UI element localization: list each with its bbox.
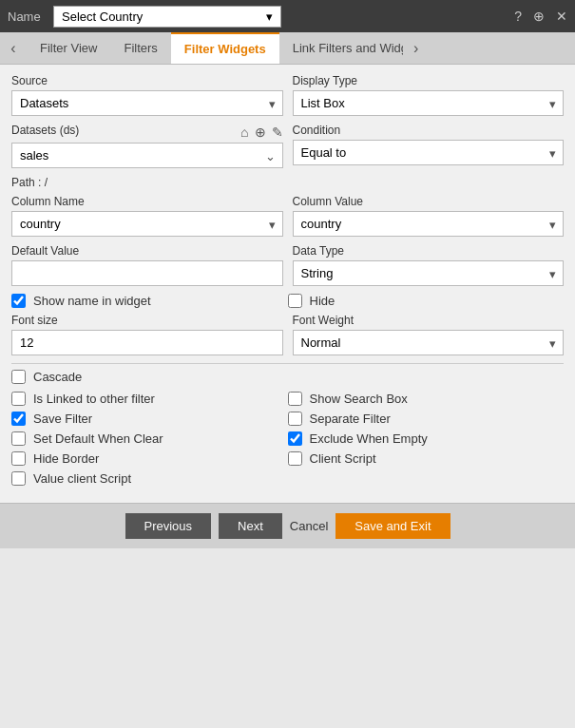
cancel-button[interactable]: Cancel: [290, 519, 328, 533]
default-datatype-row: Default Value Data Type String: [11, 244, 564, 286]
condition-label: Condition: [293, 124, 565, 137]
hide-check-label: Hide: [310, 294, 335, 308]
datasets-label: Datasets (ds): [11, 124, 79, 137]
separate-filter-label: Separate Filter: [310, 412, 391, 426]
save-filter-check-col: Save Filter: [11, 412, 288, 426]
value-client-script-label: Value client Script: [33, 471, 131, 486]
main-content: Source Datasets Display Type List Box Da…: [0, 65, 575, 503]
default-value-input[interactable]: [11, 260, 283, 286]
savefilter-separate-row: Save Filter Separate Filter: [11, 412, 564, 426]
default-value-label: Default Value: [11, 244, 283, 258]
hide-border-checkbox[interactable]: [11, 451, 26, 466]
display-type-select-wrapper: List Box: [293, 90, 565, 116]
exclude-empty-checkbox[interactable]: [288, 431, 302, 446]
font-weight-col: Font Weight Normal: [293, 314, 565, 355]
source-select[interactable]: Datasets: [11, 90, 283, 116]
hide-border-check-col: Hide Border: [11, 451, 288, 466]
datasets-input-wrapper: [11, 143, 283, 168]
hide-checkbox[interactable]: [288, 294, 302, 308]
client-script-checkbox[interactable]: [288, 451, 302, 466]
column-name-wrapper: country: [11, 211, 283, 237]
font-size-input[interactable]: [11, 330, 283, 355]
show-name-checkbox[interactable]: [11, 294, 26, 308]
tab-link-filters[interactable]: Link Filters and Widge: [279, 33, 403, 63]
exclude-empty-check-col: Exclude When Empty: [288, 431, 565, 446]
linked-search-row: Is Linked to other filter Show Search Bo…: [11, 392, 564, 406]
font-weight-label: Font Weight: [293, 314, 565, 327]
cascade-row: Cascade: [11, 370, 564, 384]
tab-next-arrow[interactable]: ›: [403, 34, 430, 63]
edit-icon[interactable]: ✎: [272, 125, 283, 140]
title-icons: ? ⊕ ✕: [514, 9, 567, 24]
data-type-col: Data Type String: [293, 244, 565, 286]
bottom-bar: Previous Next Cancel Save and Exit: [0, 503, 575, 548]
hideborder-client-row: Hide Border Client Script: [11, 451, 564, 466]
save-filter-checkbox[interactable]: [11, 412, 26, 426]
cascade-checkbox[interactable]: [11, 370, 26, 384]
title-value: Select Country: [62, 10, 143, 24]
font-row: Font size Font Weight Normal: [11, 314, 564, 355]
show-name-check-col: Show name in widget: [11, 294, 288, 308]
data-type-select[interactable]: String: [293, 260, 565, 286]
source-displaytype-row: Source Datasets Display Type List Box: [11, 74, 564, 116]
tab-filters[interactable]: Filters: [110, 33, 170, 63]
previous-button[interactable]: Previous: [125, 513, 212, 539]
close-icon[interactable]: ✕: [556, 9, 567, 24]
value-client-script-checkbox[interactable]: [11, 471, 26, 486]
add-icon[interactable]: ⊕: [255, 125, 266, 140]
column-name-label: Column Name: [11, 195, 283, 208]
client-script-label: Client Script: [310, 451, 376, 466]
client-script-check-col: Client Script: [288, 451, 565, 466]
separate-filter-check-col: Separate Filter: [288, 412, 565, 426]
source-label: Source: [11, 74, 283, 87]
set-default-check-col: Set Default When Clear: [11, 431, 288, 446]
exclude-empty-label: Exclude When Empty: [310, 431, 428, 446]
help-icon[interactable]: ?: [514, 9, 522, 24]
separate-filter-checkbox[interactable]: [288, 412, 302, 426]
datasets-icons: ⌂ ⊕ ✎: [240, 125, 282, 140]
path-text: Path : /: [11, 176, 564, 189]
show-search-check-col: Show Search Box: [288, 392, 565, 406]
data-type-wrapper: String: [293, 260, 565, 286]
set-default-label: Set Default When Clear: [33, 431, 163, 446]
is-linked-label: Is Linked to other filter: [33, 392, 155, 406]
display-type-label: Display Type: [293, 74, 565, 87]
source-col: Source Datasets: [11, 74, 283, 116]
datasets-input[interactable]: [11, 143, 283, 168]
condition-col: Condition Equal to: [293, 124, 565, 168]
data-type-label: Data Type: [293, 244, 565, 258]
next-button[interactable]: Next: [219, 513, 282, 539]
save-filter-label: Save Filter: [33, 412, 92, 426]
font-weight-select[interactable]: Normal: [293, 330, 565, 355]
datasets-col: Datasets (ds) ⌂ ⊕ ✎: [11, 124, 283, 168]
font-size-col: Font size: [11, 314, 283, 355]
title-dropdown[interactable]: Select Country ▾: [53, 6, 281, 28]
hide-border-label: Hide Border: [33, 451, 99, 466]
move-icon[interactable]: ⊕: [533, 9, 545, 24]
show-search-checkbox[interactable]: [288, 392, 302, 406]
display-type-select[interactable]: List Box: [293, 90, 565, 116]
set-default-checkbox[interactable]: [11, 431, 26, 446]
title-bar: Name Select Country ▾ ? ⊕ ✕: [0, 0, 575, 32]
title-dropdown-arrow: ▾: [266, 10, 273, 24]
condition-select-wrapper: Equal to: [293, 140, 565, 165]
column-name-select[interactable]: country: [11, 211, 283, 237]
datasets-header: Datasets (ds) ⌂ ⊕ ✎: [11, 124, 283, 140]
is-linked-checkbox[interactable]: [11, 392, 26, 406]
tab-filter-widgets[interactable]: Filter Widgets: [171, 32, 279, 64]
display-type-col: Display Type List Box: [293, 74, 565, 116]
home-icon[interactable]: ⌂: [240, 125, 248, 140]
datasets-condition-row: Datasets (ds) ⌂ ⊕ ✎ Condition Equal to: [11, 124, 564, 168]
column-row: Column Name country Column Value country: [11, 195, 564, 237]
name-label: Name: [8, 10, 46, 24]
tab-filter-view[interactable]: Filter View: [27, 33, 110, 63]
column-value-select[interactable]: country: [293, 211, 565, 237]
show-name-check-label: Show name in widget: [33, 294, 151, 308]
column-value-col: Column Value country: [293, 195, 565, 237]
save-exit-button[interactable]: Save and Exit: [335, 513, 450, 539]
condition-select[interactable]: Equal to: [293, 140, 565, 165]
source-select-wrapper: Datasets: [11, 90, 283, 116]
tab-prev-arrow[interactable]: ‹: [0, 34, 27, 63]
font-weight-wrapper: Normal: [293, 330, 565, 355]
column-value-wrapper: country: [293, 211, 565, 237]
